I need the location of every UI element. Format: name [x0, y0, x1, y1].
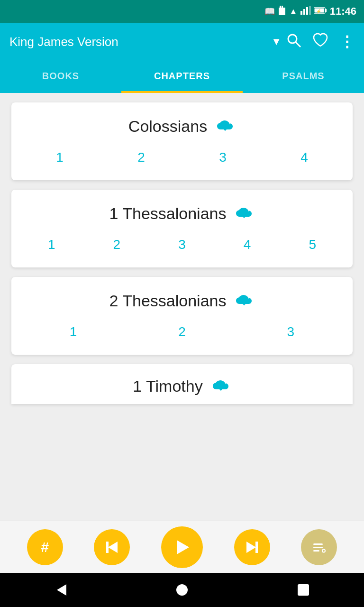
svg-point-11 — [288, 35, 297, 43]
svg-rect-18 — [106, 542, 109, 553]
chapter-num[interactable]: 3 — [279, 324, 302, 340]
player-bar: # — [0, 521, 364, 573]
chapter-num[interactable]: 2 — [105, 237, 128, 252]
book-title-colossians: Colossians — [128, 117, 207, 136]
hash-button[interactable]: # — [27, 529, 63, 565]
book-title-row: Colossians — [23, 116, 341, 137]
chapter-num[interactable]: 2 — [129, 150, 153, 165]
status-bar: 📖 ▲ ⚡ 11:46 — [0, 0, 364, 23]
prev-button[interactable] — [94, 529, 130, 565]
more-options-icon[interactable]: ⋮ — [339, 33, 355, 51]
sd-card-icon — [278, 6, 286, 18]
1thessalonians-chapters: 1 2 3 4 5 — [23, 237, 341, 252]
book-title-1thessalonians: 1 Thessalonians — [109, 204, 227, 223]
tab-chapters[interactable]: CHAPTERS — [121, 61, 243, 93]
chapter-num[interactable]: 3 — [211, 150, 235, 165]
svg-rect-23 — [313, 547, 323, 548]
book-card-1-thessalonians: 1 Thessalonians 1 2 3 4 5 — [11, 190, 353, 267]
tab-psalms[interactable]: PSALMS — [243, 61, 364, 93]
chapter-num[interactable]: 3 — [170, 237, 194, 252]
svg-rect-4 — [303, 9, 305, 15]
svg-line-12 — [296, 42, 300, 47]
chapter-num[interactable]: 5 — [300, 237, 324, 252]
svg-point-28 — [176, 584, 188, 596]
play-button[interactable] — [161, 526, 203, 568]
favorites-icon[interactable] — [313, 33, 328, 51]
wifi-icon: ▲ — [289, 7, 298, 17]
svg-rect-1 — [280, 6, 281, 8]
status-icons: 📖 ▲ ⚡ 11:46 — [264, 5, 356, 18]
book-icon: 📖 — [264, 6, 275, 17]
main-content: Colossians 1 2 3 4 1 Thessalonians 1 2 3… — [0, 93, 364, 521]
download-1thessalonians-icon[interactable] — [234, 203, 255, 224]
top-bar: King James Version ▼ ⋮ — [0, 23, 364, 61]
colossians-chapters: 1 2 3 4 — [23, 150, 341, 165]
svg-rect-22 — [313, 543, 323, 545]
svg-rect-24 — [313, 550, 319, 552]
status-time: 11:46 — [330, 5, 356, 18]
svg-marker-20 — [246, 542, 256, 553]
version-dropdown[interactable]: ▼ — [271, 36, 282, 48]
chapter-num[interactable]: 1 — [48, 150, 72, 165]
chapter-num[interactable]: 1 — [62, 324, 85, 340]
nav-bar — [0, 573, 364, 607]
tabs-bar: BOOKS CHAPTERS PSALMS — [0, 61, 364, 93]
signal-icon — [300, 6, 311, 17]
svg-rect-3 — [300, 11, 302, 15]
book-title-row: 2 Thessalonians — [23, 290, 341, 311]
download-2thessalonians-icon[interactable] — [234, 290, 255, 311]
partial-title-row: 1 Timothy — [23, 376, 341, 396]
svg-marker-27 — [57, 584, 66, 596]
svg-text:⚡: ⚡ — [316, 9, 322, 14]
playlist-button[interactable] — [301, 529, 337, 565]
chapter-num[interactable]: 1 — [40, 237, 64, 252]
svg-point-26 — [323, 550, 325, 552]
search-icon[interactable] — [286, 33, 301, 51]
top-bar-actions: ⋮ — [286, 33, 355, 51]
2thessalonians-chapters: 1 2 3 — [23, 324, 341, 340]
book-title-row: 1 Thessalonians — [23, 203, 341, 224]
app-title: King James Version — [9, 35, 266, 49]
svg-rect-5 — [306, 7, 308, 15]
book-title-2thessalonians: 2 Thessalonians — [109, 292, 227, 310]
svg-rect-21 — [255, 542, 258, 553]
download-colossians-icon[interactable] — [215, 116, 236, 137]
book-card-1-timothy-partial: 1 Timothy — [11, 364, 353, 404]
chapter-num[interactable]: 4 — [236, 237, 259, 252]
svg-rect-29 — [298, 584, 309, 596]
svg-marker-17 — [108, 542, 118, 553]
book-card-colossians: Colossians 1 2 3 4 — [11, 102, 353, 180]
next-button[interactable] — [234, 529, 270, 565]
svg-rect-0 — [279, 8, 285, 15]
chapter-num[interactable]: 4 — [292, 150, 316, 165]
book-title-1timothy: 1 Timothy — [133, 377, 202, 395]
nav-recent-button[interactable] — [289, 576, 318, 604]
book-card-2-thessalonians: 2 Thessalonians 1 2 3 — [11, 277, 353, 355]
nav-back-button[interactable] — [46, 576, 75, 604]
download-1timothy-icon[interactable] — [210, 376, 231, 396]
svg-rect-2 — [282, 6, 283, 8]
chapter-num[interactable]: 2 — [170, 324, 194, 340]
nav-home-button[interactable] — [168, 576, 196, 604]
svg-marker-19 — [177, 540, 189, 554]
tab-books[interactable]: BOOKS — [0, 61, 121, 93]
battery-icon: ⚡ — [314, 7, 327, 17]
svg-rect-8 — [325, 9, 327, 12]
svg-rect-6 — [309, 6, 311, 15]
